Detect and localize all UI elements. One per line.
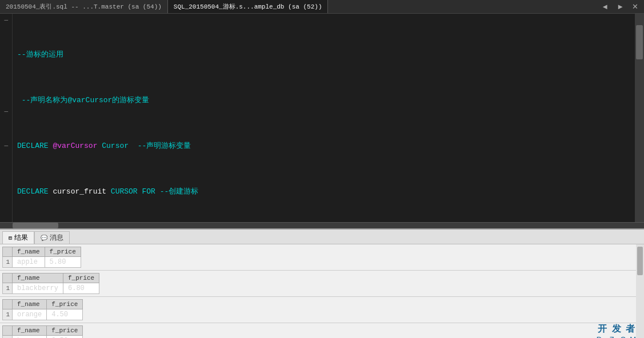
main-container: ─ ─ ─ --游标的运用 --声明名称为@varCursor的游标变量 — [0, 14, 644, 338]
result-table-2: f_name f_price 1 blackberry 6.80 — [2, 273, 99, 294]
editor-scrollbar[interactable] — [635, 14, 644, 222]
close-button[interactable]: ✕ — [630, 1, 641, 12]
row-num-3: 1 — [3, 309, 13, 320]
cell-fname-1: apple — [13, 257, 45, 268]
cell-fprice-1: 5.80 — [45, 257, 81, 268]
col-header-fprice-3: f_price — [47, 300, 83, 309]
col-header-fname-1: f_name — [13, 247, 45, 257]
cell-fname-3: orange — [13, 309, 47, 320]
results-scrollbar-thumb — [637, 247, 643, 275]
tab-controls: ◄ ► ✕ — [599, 1, 644, 12]
cell-fprice-2: 6.80 — [63, 283, 99, 294]
result-block-4: f_name f_price 1 banana 3.50 — [0, 323, 644, 338]
results-content: f_name f_price 1 apple 5.80 — [0, 244, 644, 338]
table-row: 1 apple 5.80 — [3, 257, 81, 268]
result-block-1: f_name f_price 1 apple 5.80 — [0, 244, 644, 271]
table-row: 1 banana 3.50 — [3, 336, 83, 339]
line-gutter: ─ ─ ─ — [0, 14, 13, 222]
results-pane: ⊞ 结果 💬 消息 f_name f_price — [0, 228, 644, 338]
table-row: 1 blackberry 6.80 — [3, 283, 99, 294]
results-tab-messages[interactable]: 💬 消息 — [34, 231, 70, 244]
row-num-1: 1 — [3, 257, 13, 268]
col-header-rownum-3 — [3, 300, 13, 309]
result-block-3: f_name f_price 1 orange 4.50 — [0, 297, 644, 323]
cell-fname-4: banana — [13, 336, 47, 339]
result-table-1: f_name f_price 1 apple 5.80 — [2, 247, 81, 268]
cell-fprice-4: 3.50 — [47, 336, 83, 339]
msg-icon: 💬 — [41, 235, 47, 242]
result-table-3: f_name f_price 1 orange 4.50 — [2, 299, 83, 320]
col-header-fname-3: f_name — [13, 300, 47, 309]
col-header-rownum-2 — [3, 273, 13, 283]
col-header-fname-2: f_name — [13, 273, 63, 283]
editor-scrollbar-thumb — [636, 25, 643, 59]
code-editor[interactable]: --游标的运用 --声明名称为@varCursor的游标变量 DECLARE @… — [13, 14, 635, 222]
results-tabs: ⊞ 结果 💬 消息 — [0, 230, 644, 244]
col-header-fprice-4: f_price — [47, 326, 83, 336]
cell-fprice-3: 4.50 — [47, 309, 83, 320]
result-table-4: f_name f_price 1 banana 3.50 — [2, 325, 83, 338]
result-block-2: f_name f_price 1 blackberry 6.80 — [0, 271, 644, 297]
results-scrollbar[interactable] — [636, 244, 644, 338]
col-header-fname-4: f_name — [13, 326, 47, 336]
cell-fname-2: blackberry — [13, 283, 63, 294]
h-scroll[interactable] — [0, 222, 644, 228]
col-header-fprice-1: f_price — [45, 247, 81, 257]
tab-bar: 20150504_表引.sql -- ...T.master (sa (54))… — [0, 0, 644, 14]
h-scroll-thumb — [13, 223, 58, 228]
tab-1[interactable]: 20150504_表引.sql -- ...T.master (sa (54)) — [0, 0, 168, 13]
tab-2[interactable]: SQL_20150504_游标.s...ample_db (sa (52)) — [168, 0, 329, 13]
col-header-rownum-4 — [3, 326, 13, 336]
table-row: 1 orange 4.50 — [3, 309, 83, 320]
editor-pane: ─ ─ ─ --游标的运用 --声明名称为@varCursor的游标变量 — [0, 14, 644, 222]
results-tab-results[interactable]: ⊞ 结果 — [2, 231, 34, 244]
scroll-left-button[interactable]: ◄ — [599, 1, 611, 12]
code-line-2: --声明名称为@varCursor的游标变量 — [17, 95, 635, 106]
code-line-1: --游标的运用 — [17, 49, 635, 61]
grid-icon: ⊞ — [9, 235, 12, 242]
col-header-fprice-2: f_price — [63, 273, 99, 283]
code-line-4: DECLARE cursor_fruit CURSOR FOR --创建游标 — [17, 186, 635, 198]
code-line-3: DECLARE @varCursor Cursor --声明游标变量 — [17, 140, 635, 152]
row-num-4: 1 — [3, 336, 13, 339]
row-num-2: 1 — [3, 283, 13, 294]
scroll-right-button[interactable]: ► — [614, 1, 626, 12]
col-header-rownum-1 — [3, 247, 13, 257]
